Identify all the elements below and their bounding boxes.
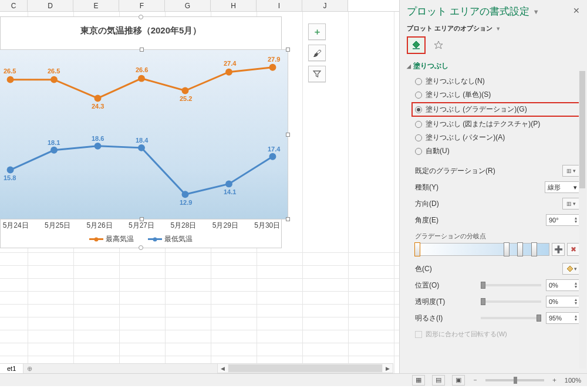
preset-gradient-combo[interactable]: ▥ ▾ bbox=[562, 165, 580, 177]
svg-point-13 bbox=[269, 153, 276, 160]
gradient-stop[interactable] bbox=[414, 242, 420, 256]
status-bar: ▦ ▤ ▣ － ＋ 100% bbox=[0, 373, 587, 386]
worksheet-area[interactable]: C D E F G H I J 東京の気温推移（2020年5月） bbox=[0, 0, 399, 373]
svg-point-0 bbox=[7, 76, 14, 83]
gradient-direction-combo[interactable]: ▥ ▾ bbox=[562, 198, 580, 209]
scroll-left-button[interactable]: ◀ bbox=[218, 364, 228, 373]
chart-title[interactable]: 東京の気温推移（2020年5月） bbox=[1, 17, 281, 41]
remove-stop-button[interactable]: ✖ bbox=[567, 243, 580, 256]
svg-point-9 bbox=[95, 143, 102, 150]
position-input[interactable]: 0%▴▾ bbox=[546, 279, 580, 291]
sheet-tab[interactable]: et1 bbox=[0, 364, 23, 373]
chart-styles-button[interactable]: 🖌 bbox=[308, 45, 326, 61]
pane-scrollbar[interactable] bbox=[579, 70, 586, 369]
svg-point-12 bbox=[225, 180, 232, 187]
brightness-slider[interactable] bbox=[481, 317, 542, 319]
radio-picture-fill[interactable]: 塗りつぶし (図またはテクスチャ)(P) bbox=[415, 117, 580, 131]
zoom-out-button[interactable]: － bbox=[472, 376, 478, 384]
add-sheet-button[interactable]: ⊕ bbox=[23, 365, 35, 373]
chart-handle[interactable] bbox=[139, 245, 143, 250]
chart-side-buttons: ＋ 🖌 bbox=[308, 23, 326, 82]
svg-point-11 bbox=[182, 191, 189, 198]
gradient-stops-bar[interactable] bbox=[415, 243, 549, 256]
svg-point-1 bbox=[50, 76, 58, 83]
chart-legend[interactable]: 最高気温 最低気温 bbox=[1, 234, 281, 244]
rotate-with-shape-checkbox: 図形に合わせて回転する(W) bbox=[415, 326, 580, 342]
radio-solid-fill[interactable]: 塗りつぶし (単色)(S) bbox=[415, 88, 580, 102]
plot-area[interactable]: 26.5 26.5 24.3 26.6 25.2 27.4 27.9 15.8 … bbox=[0, 49, 288, 219]
zoom-slider[interactable] bbox=[485, 379, 544, 381]
angle-input[interactable]: 90°▴▾ bbox=[546, 214, 580, 226]
chart-handle[interactable] bbox=[139, 15, 143, 19]
gradient-stop[interactable] bbox=[531, 242, 537, 256]
fill-section-header[interactable]: 塗りつぶし bbox=[407, 61, 580, 71]
svg-point-4 bbox=[182, 87, 189, 94]
transparency-slider[interactable] bbox=[481, 300, 542, 303]
page-layout-icon[interactable]: ▤ bbox=[432, 375, 445, 386]
zoom-level[interactable]: 100% bbox=[565, 377, 581, 384]
position-slider[interactable] bbox=[481, 284, 542, 286]
sheet-tabs: et1 ⊕ bbox=[0, 363, 223, 373]
radio-pattern-fill[interactable]: 塗りつぶし (パターン)(A) bbox=[415, 131, 580, 144]
gradient-stop[interactable] bbox=[517, 242, 523, 256]
chart-elements-button[interactable]: ＋ bbox=[308, 23, 326, 40]
svg-point-5 bbox=[225, 69, 232, 76]
page-break-icon[interactable]: ▣ bbox=[452, 375, 465, 386]
normal-view-icon[interactable]: ▦ bbox=[412, 375, 425, 386]
x-axis[interactable]: 5月24日 5月25日 5月26日 5月27日 5月28日 5月29日 5月30… bbox=[0, 221, 288, 231]
svg-point-10 bbox=[138, 144, 145, 151]
svg-point-6 bbox=[269, 64, 276, 71]
scroll-right-button[interactable]: ▶ bbox=[383, 364, 393, 373]
column-headers: C D E F G H I J bbox=[0, 0, 399, 12]
svg-point-8 bbox=[50, 147, 58, 154]
svg-point-7 bbox=[7, 167, 14, 174]
scroll-thumb[interactable] bbox=[228, 364, 382, 372]
horizontal-scrollbar[interactable]: ◀ ▶ bbox=[217, 363, 393, 373]
radio-gradient-fill[interactable]: 塗りつぶし (グラデーション)(G) bbox=[411, 102, 583, 117]
chart-filters-button[interactable] bbox=[308, 66, 326, 82]
brightness-input[interactable]: 95%▴▾ bbox=[546, 312, 580, 324]
gradient-stop[interactable] bbox=[504, 242, 510, 256]
radio-no-fill[interactable]: 塗りつぶしなし(N) bbox=[415, 75, 580, 88]
gradient-stops-label: グラデーションの分岐点 bbox=[415, 232, 580, 241]
gradient-type-combo[interactable]: 線形▾ bbox=[545, 181, 580, 193]
format-pane: ✕ プロット エリアの書式設定▼ プロット エリアのオプション ▼ 塗りつぶし … bbox=[399, 0, 587, 373]
svg-point-3 bbox=[138, 75, 145, 82]
svg-point-2 bbox=[95, 94, 102, 102]
pane-title: プロット エリアの書式設定▼ bbox=[407, 5, 580, 18]
add-stop-button[interactable]: ➕ bbox=[552, 243, 565, 256]
pane-subtitle[interactable]: プロット エリアのオプション ▼ bbox=[407, 24, 580, 33]
zoom-in-button[interactable]: ＋ bbox=[551, 376, 558, 384]
close-icon[interactable]: ✕ bbox=[573, 6, 580, 15]
chart-lines bbox=[0, 50, 288, 219]
fill-line-icon[interactable] bbox=[407, 36, 426, 54]
color-picker-button[interactable]: ▾ bbox=[562, 263, 580, 275]
radio-auto-fill[interactable]: 自動(U) bbox=[415, 144, 580, 158]
transparency-input[interactable]: 0%▴▾ bbox=[546, 296, 580, 307]
effects-icon[interactable] bbox=[429, 36, 448, 54]
chart-object[interactable]: 東京の気温推移（2020年5月） 26.5 26.5 24.3 bbox=[0, 16, 282, 248]
